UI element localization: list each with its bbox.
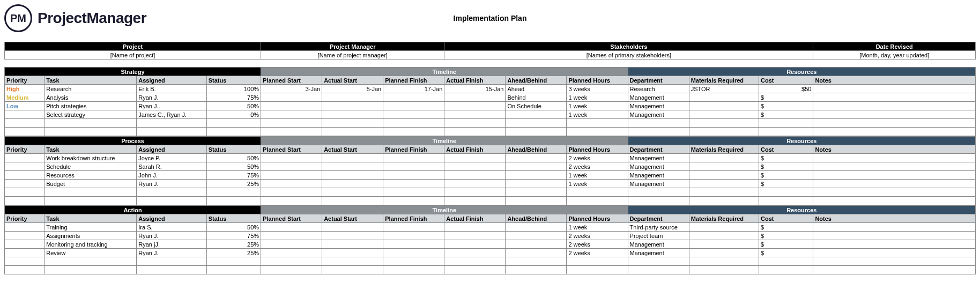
cell-status[interactable]: 25% [206,180,261,188]
cell-task[interactable]: Training [44,223,137,232]
cell-notes[interactable] [813,93,976,102]
empty-cell[interactable] [689,128,759,136]
empty-cell[interactable] [383,266,444,274]
cell-materials[interactable] [689,180,759,188]
empty-cell[interactable] [322,188,383,197]
cell-actual-finish[interactable] [444,223,506,232]
cell-planned-finish[interactable] [383,154,444,162]
cell-status[interactable]: 75% [206,93,261,102]
cell-planned-hours[interactable]: 1 week [567,180,628,188]
empty-cell[interactable] [567,266,628,274]
cell-task[interactable]: Review [44,249,137,257]
cell-actual-finish[interactable] [444,154,506,162]
cell-assigned[interactable]: Ira S. [137,223,206,232]
empty-cell[interactable] [5,257,44,266]
cell-materials[interactable] [689,162,759,171]
cell-priority[interactable] [5,249,44,257]
empty-cell[interactable] [506,128,567,136]
cell-planned-start[interactable] [261,93,322,102]
cell-actual-start[interactable] [322,110,383,119]
cell-status[interactable]: 75% [206,171,261,180]
empty-cell[interactable] [567,128,628,136]
cell-actual-finish[interactable]: 15-Jan [444,85,506,93]
empty-cell[interactable] [567,257,628,266]
cell-actual-start[interactable] [322,232,383,240]
empty-cell[interactable] [137,257,206,266]
cell-materials[interactable] [689,154,759,162]
cell-planned-finish[interactable] [383,240,444,249]
cell-status[interactable]: 50% [206,162,261,171]
empty-cell[interactable] [5,188,44,197]
cell-assigned[interactable]: Ryan J. [137,232,206,240]
cell-department[interactable]: Research [628,85,689,93]
cell-actual-finish[interactable] [444,171,506,180]
cell-actual-finish[interactable] [444,180,506,188]
cell-assigned[interactable]: Ryan J. [137,249,206,257]
empty-cell[interactable] [759,257,813,266]
cell-assigned[interactable]: Joyce P. [137,154,206,162]
cell-ahead-behind[interactable]: On Schedule [506,102,567,110]
cell-notes[interactable] [813,102,976,110]
cell-priority[interactable] [5,154,44,162]
cell-planned-hours[interactable]: 1 week [567,102,628,110]
empty-cell[interactable] [759,128,813,136]
empty-cell[interactable] [506,266,567,274]
cell-priority[interactable] [5,162,44,171]
cell-planned-finish[interactable] [383,249,444,257]
cell-planned-hours[interactable]: 2 weeks [567,240,628,249]
cell-assigned[interactable]: John J. [137,171,206,180]
empty-cell[interactable] [44,188,137,197]
cell-status[interactable]: 50% [206,102,261,110]
cell-materials[interactable] [689,110,759,119]
cell-actual-finish[interactable] [444,240,506,249]
cell-actual-start[interactable] [322,154,383,162]
cell-task[interactable]: Monitoring and tracking [44,240,137,249]
cell-planned-finish[interactable] [383,102,444,110]
cell-actual-start[interactable]: 5-Jan [322,85,383,93]
cell-ahead-behind[interactable] [506,249,567,257]
cell-assigned[interactable]: Ryan J.. [137,102,206,110]
cell-materials[interactable] [689,240,759,249]
cell-task[interactable]: Pitch strategies [44,102,137,110]
cell-cost[interactable]: $ [759,240,813,249]
cell-cost[interactable]: $ [759,249,813,257]
cell-notes[interactable] [813,171,976,180]
cell-actual-finish[interactable] [444,232,506,240]
cell-cost[interactable]: $50 [759,85,813,93]
cell-planned-hours[interactable]: 2 weeks [567,154,628,162]
empty-cell[interactable] [261,266,322,274]
empty-cell[interactable] [5,266,44,274]
empty-cell[interactable] [322,128,383,136]
empty-cell[interactable] [506,197,567,205]
cell-status[interactable]: 25% [206,249,261,257]
cell-actual-start[interactable] [322,102,383,110]
empty-cell[interactable] [759,119,813,128]
cell-assigned[interactable]: Ryan jJ. [137,240,206,249]
empty-cell[interactable] [567,119,628,128]
empty-cell[interactable] [322,257,383,266]
cell-department[interactable]: Management [628,102,689,110]
cell-priority[interactable]: High [5,85,44,93]
empty-cell[interactable] [759,266,813,274]
cell-planned-hours[interactable]: 2 weeks [567,232,628,240]
cell-task[interactable]: Research [44,85,137,93]
cell-status[interactable]: 0% [206,110,261,119]
cell-notes[interactable] [813,110,976,119]
empty-cell[interactable] [444,197,506,205]
cell-status[interactable]: 50% [206,154,261,162]
cell-materials[interactable] [689,102,759,110]
cell-actual-start[interactable] [322,93,383,102]
empty-cell[interactable] [206,128,261,136]
empty-cell[interactable] [813,119,976,128]
empty-cell[interactable] [44,257,137,266]
cell-planned-hours[interactable]: 3 weeks [567,85,628,93]
cell-materials[interactable] [689,232,759,240]
empty-cell[interactable] [689,257,759,266]
empty-cell[interactable] [206,119,261,128]
cell-ahead-behind[interactable] [506,232,567,240]
cell-planned-finish[interactable] [383,223,444,232]
cell-cost[interactable]: $ [759,180,813,188]
cell-assigned[interactable]: Erik B. [137,85,206,93]
empty-cell[interactable] [383,128,444,136]
cell-priority[interactable]: Low [5,102,44,110]
